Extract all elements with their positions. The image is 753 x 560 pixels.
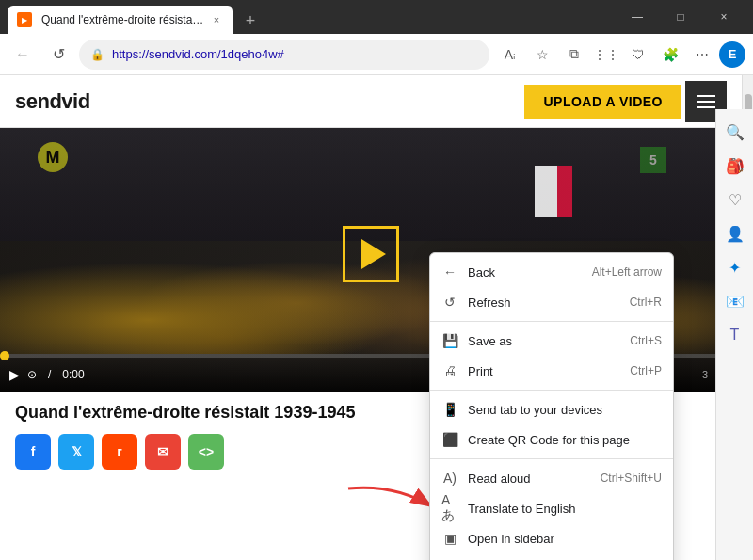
read-mode-button[interactable]: Aᵢ — [495, 40, 525, 70]
sidebar-icon-outlook[interactable]: 📧 — [720, 286, 750, 316]
flag-icon — [535, 166, 572, 217]
reddit-share-button[interactable]: r — [102, 434, 137, 470]
sidebar-ctx-icon: ▣ — [441, 530, 458, 547]
browser-essentials-button[interactable]: 🛡 — [623, 40, 653, 70]
volume-control[interactable]: ⊙ — [27, 368, 37, 381]
lock-icon: 🔒 — [90, 48, 104, 61]
maximize-button[interactable]: □ — [659, 0, 702, 34]
context-menu-item-send-tab[interactable]: 📱 Send tab to your devices — [430, 394, 673, 424]
qr-ctx-icon: ⬛ — [441, 431, 458, 448]
sidebar-icon-favorites[interactable]: ♡ — [720, 184, 750, 215]
context-menu-item-translate[interactable]: Aあ Translate to English — [430, 493, 673, 523]
read-aloud-ctx-icon: A) — [441, 470, 458, 487]
address-bar[interactable]: 🔒 https://sendvid.com/1dqeho4w# — [79, 40, 489, 70]
save-ctx-shortcut: Ctrl+S — [630, 334, 662, 347]
context-menu-divider-1 — [430, 321, 673, 322]
save-ctx-label: Save as — [468, 334, 620, 348]
embed-button[interactable]: <> — [188, 434, 224, 470]
context-menu-divider-3 — [430, 458, 673, 459]
hamburger-icon — [697, 95, 715, 108]
play-button[interactable] — [343, 226, 399, 282]
browser-frame: Quand l'extrême-droite résistait ... × +… — [0, 0, 753, 560]
refresh-ctx-icon: ↺ — [441, 294, 458, 311]
sidebar-icon-history[interactable]: 👤 — [720, 218, 750, 248]
translate-ctx-icon: Aあ — [441, 500, 458, 517]
site-header: sendvid UPLOAD A VIDEO — [0, 75, 742, 128]
context-menu-item-collections[interactable]: ☆ Add page to Collections › — [430, 553, 673, 560]
context-menu-item-print[interactable]: 🖨 Print Ctrl+P — [430, 356, 673, 386]
qr-ctx-label: Create QR Code for this page — [468, 433, 662, 447]
context-menu-divider-2 — [430, 390, 673, 391]
play-triangle-icon — [361, 239, 386, 269]
context-menu-item-save[interactable]: 💾 Save as Ctrl+S — [430, 326, 673, 356]
browser-content: sendvid UPLOAD A VIDEO M 5 — [0, 75, 753, 560]
context-menu-item-refresh[interactable]: ↺ Refresh Ctrl+R — [430, 287, 673, 317]
print-ctx-icon: 🖨 — [441, 362, 458, 379]
favorites-button[interactable]: ☆ — [527, 40, 557, 70]
sidebar-icon-collections[interactable]: 🎒 — [720, 151, 750, 181]
save-ctx-icon: 💾 — [441, 332, 458, 349]
nav-actions: Aᵢ ☆ ⧉ ⋮⋮ 🛡 🧩 ⋯ E — [495, 40, 745, 70]
new-tab-button[interactable]: + — [237, 8, 264, 34]
send-tab-ctx-label: Send tab to your devices — [468, 403, 662, 417]
back-ctx-label: Back — [468, 265, 583, 280]
more-button[interactable]: ⋯ — [687, 40, 717, 70]
extensions-button[interactable]: 🧩 — [655, 40, 685, 70]
profile-button[interactable]: E — [719, 41, 745, 68]
sidebar-icon-teams[interactable]: T — [720, 320, 750, 350]
site-logo: sendvid — [15, 89, 90, 114]
navigation-bar: ← ↺ 🔒 https://sendvid.com/1dqeho4w# Aᵢ ☆… — [0, 34, 753, 75]
window-controls: — □ × — [616, 0, 745, 34]
time-separator: / — [48, 368, 51, 381]
refresh-button[interactable]: ↺ — [43, 40, 73, 70]
active-tab[interactable]: Quand l'extrême-droite résistait ... × — [8, 6, 233, 34]
tab-bar: Quand l'extrême-droite résistait ... × +… — [0, 0, 753, 34]
back-ctx-icon: ← — [441, 264, 458, 280]
sidebar-ctx-label: Open in sidebar — [468, 532, 662, 546]
context-menu-item-back[interactable]: ← Back Alt+Left arrow — [430, 257, 673, 287]
send-tab-ctx-icon: 📱 — [441, 401, 458, 418]
refresh-ctx-shortcut: Ctrl+R — [630, 296, 662, 309]
current-time: 0:00 — [62, 368, 84, 381]
channel-label: 3 — [702, 369, 708, 380]
twitter-share-button[interactable]: 𝕏 — [58, 434, 94, 470]
context-menu: ← Back Alt+Left arrow ↺ Refresh Ctrl+R 💾… — [429, 252, 674, 560]
sidebar-icon-search[interactable]: 🔍 — [720, 117, 750, 147]
close-window-button[interactable]: × — [702, 0, 745, 34]
address-text: https://sendvid.com/1dqeho4w# — [112, 47, 478, 61]
tab-favicon — [17, 12, 32, 27]
context-menu-item-qr[interactable]: ⬛ Create QR Code for this page — [430, 424, 673, 455]
minimize-button[interactable]: — — [616, 0, 659, 34]
print-ctx-label: Print — [468, 364, 620, 378]
print-ctx-shortcut: Ctrl+P — [630, 364, 662, 377]
sidebar-icon-copilot[interactable]: ✦ — [720, 252, 750, 282]
edge-sidebar: 🔍 🎒 ♡ 👤 ✦ 📧 T + ⚙ — [715, 109, 753, 560]
context-menu-item-read-aloud[interactable]: A) Read aloud Ctrl+Shift+U — [430, 463, 673, 493]
translate-ctx-label: Translate to English — [468, 502, 662, 516]
back-ctx-shortcut: Alt+Left arrow — [592, 265, 662, 279]
tab-title: Quand l'extrême-droite résistait ... — [41, 13, 205, 26]
email-share-button[interactable]: ✉ — [145, 434, 181, 470]
read-aloud-ctx-label: Read aloud — [468, 472, 591, 486]
read-aloud-ctx-shortcut: Ctrl+Shift+U — [601, 472, 662, 485]
refresh-ctx-label: Refresh — [468, 296, 620, 310]
context-menu-item-sidebar[interactable]: ▣ Open in sidebar — [430, 523, 673, 553]
facebook-share-button[interactable]: f — [15, 434, 51, 470]
tab-close-button[interactable]: × — [209, 12, 224, 27]
favorites-bar-button[interactable]: ⋮⋮ — [591, 40, 621, 70]
play-control-button[interactable]: ▶ — [9, 367, 20, 382]
split-tab-button[interactable]: ⧉ — [559, 40, 589, 70]
upload-video-button[interactable]: UPLOAD A VIDEO — [524, 85, 681, 119]
back-button[interactable]: ← — [8, 40, 38, 70]
